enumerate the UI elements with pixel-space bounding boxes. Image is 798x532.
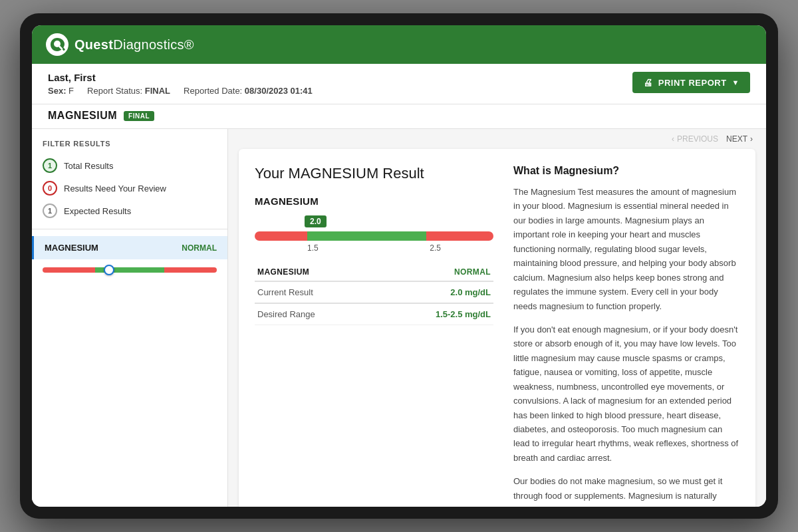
table-header-test: MAGNESIUM: [255, 263, 376, 281]
device-frame: QuestDiagnostics® Last, First Sex: F Rep…: [20, 13, 778, 519]
chevron-left-icon: ‹: [672, 134, 674, 144]
table-row-desired: Desired Range 1.5-2.5 mg/dL: [255, 303, 493, 325]
next-label: NEXT: [726, 134, 747, 144]
logo-text: QuestDiagnostics®: [74, 37, 194, 53]
range-segment-normal: [307, 231, 427, 241]
total-count-badge: 1: [43, 158, 57, 173]
final-status-badge: FINAL: [124, 111, 154, 121]
desired-range-value: 1.5-2.5 mg/dL: [376, 303, 493, 325]
expected-count-badge: 1: [43, 203, 57, 218]
sidebar-test-name: MAGNESIUM: [45, 243, 98, 253]
result-card: Your MAGNESIUM Result MAGNESIUM 2.0: [239, 149, 755, 507]
reported-date-field: Reported Date: 08/30/2023 01:41: [184, 86, 313, 96]
sidebar-test-status: NORMAL: [182, 243, 217, 253]
result-section-title: MAGNESIUM: [255, 196, 493, 207]
chevron-down-icon: ▼: [732, 78, 739, 86]
result-title: Your MAGNESIUM Result: [255, 165, 493, 182]
test-name: MAGNESIUM: [48, 110, 117, 122]
sidebar-range-track: [43, 267, 217, 273]
filter-review-results[interactable]: 0 Results Need Your Review: [32, 177, 227, 200]
table-row-current: Current Result 2.0 mg/dL: [255, 281, 493, 303]
next-button[interactable]: NEXT ›: [726, 134, 753, 144]
patient-info: Last, First Sex: F Report Status: FINAL …: [48, 72, 313, 96]
sidebar-slider-thumb[interactable]: [104, 265, 114, 275]
current-value-bubble: 2.0: [305, 215, 327, 227]
sex-field: Sex: F: [48, 86, 74, 96]
current-result-label: Current Result: [255, 281, 376, 303]
sidebar: FILTER RESULTS 1 Total Results 0 Results…: [32, 129, 228, 507]
info-title: What is Magnesium?: [513, 165, 739, 177]
filter-expected-results[interactable]: 1 Expected Results: [32, 200, 227, 222]
range-segment-low: [255, 231, 307, 241]
screen: QuestDiagnostics® Last, First Sex: F Rep…: [32, 25, 766, 507]
info-paragraph-3: Our bodies do not make magnesium, so we …: [513, 474, 739, 507]
print-button-label: PRINT REPORT: [658, 78, 727, 88]
filter-title: FILTER RESULTS: [32, 140, 227, 154]
range-bar: [255, 231, 493, 241]
sidebar-slider-container: [32, 259, 227, 283]
range-labels: 1.5 2.5: [255, 243, 493, 253]
sidebar-divider: [32, 229, 227, 229]
range-label-high: 2.5: [430, 243, 441, 253]
patient-details: Sex: F Report Status: FINAL Reported Dat…: [48, 86, 313, 96]
info-paragraph-1: The Magnesium Test measures the amount o…: [513, 185, 739, 313]
chevron-right-icon: ›: [750, 134, 753, 144]
range-label-low: 1.5: [307, 243, 319, 253]
previous-label: PREVIOUS: [677, 134, 718, 144]
result-left: Your MAGNESIUM Result MAGNESIUM 2.0: [255, 165, 493, 507]
table-header-status: NORMAL: [376, 263, 493, 281]
logo-area: QuestDiagnostics®: [45, 33, 194, 57]
print-report-button[interactable]: 🖨 PRINT REPORT ▼: [632, 72, 750, 93]
right-panel: ‹ PREVIOUS NEXT › Your MAGNESIUM Result …: [228, 129, 766, 507]
filter-total-results[interactable]: 1 Total Results: [32, 154, 227, 177]
desired-range-label: Desired Range: [255, 303, 376, 325]
printer-icon: 🖨: [643, 77, 653, 88]
patient-name: Last, First: [48, 72, 313, 83]
info-paragraph-2: If you don't eat enough magnesium, or if…: [513, 323, 739, 465]
filter-expected-label: Expected Results: [64, 206, 131, 216]
range-segment-high: [426, 231, 493, 241]
quest-logo-icon: [45, 33, 69, 57]
range-bar-container: 2.0 1.5 2.5: [255, 215, 493, 253]
test-label-bar: MAGNESIUM FINAL: [32, 104, 766, 129]
previous-button[interactable]: ‹ PREVIOUS: [672, 134, 718, 144]
result-right: What is Magnesium? The Magnesium Test me…: [513, 165, 739, 507]
current-result-value: 2.0 mg/dL: [376, 281, 493, 303]
nav-strip: ‹ PREVIOUS NEXT ›: [228, 129, 766, 149]
report-status-field: Report Status: FINAL: [87, 86, 170, 96]
sub-header: Last, First Sex: F Report Status: FINAL …: [32, 64, 766, 104]
filter-total-label: Total Results: [64, 161, 113, 171]
filter-review-label: Results Need Your Review: [64, 184, 166, 194]
review-count-badge: 0: [43, 181, 57, 196]
result-table: MAGNESIUM NORMAL Current Result 2.0 mg/d…: [255, 263, 493, 325]
sidebar-magnesium-item[interactable]: MAGNESIUM NORMAL: [32, 236, 227, 259]
header: QuestDiagnostics®: [32, 25, 766, 64]
main-content: FILTER RESULTS 1 Total Results 0 Results…: [32, 129, 766, 507]
